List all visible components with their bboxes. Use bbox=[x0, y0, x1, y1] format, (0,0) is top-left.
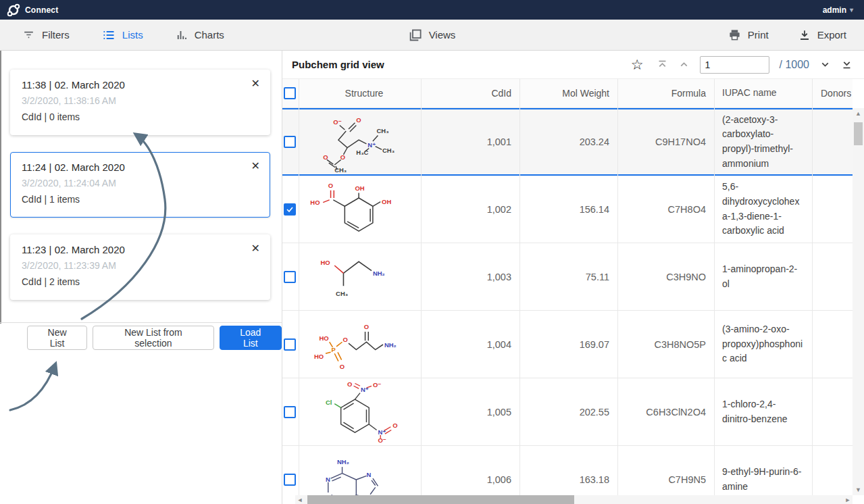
svg-text:O: O bbox=[364, 323, 369, 330]
page-total: / 1000 bbox=[780, 59, 810, 71]
favorite-star-icon[interactable]: ☆ bbox=[631, 57, 644, 73]
filters-button[interactable]: Filters bbox=[22, 28, 70, 42]
page-number-input[interactable] bbox=[700, 56, 769, 74]
lists-sidebar: 11:38 | 02. March 2020 3/2/2020, 11:38:1… bbox=[0, 51, 282, 504]
list-card[interactable]: 11:23 | 02. March 2020 3/2/2020, 11:23:3… bbox=[10, 234, 270, 300]
svg-text:OH: OH bbox=[355, 184, 364, 191]
lists-button[interactable]: Lists bbox=[102, 28, 143, 42]
table-row[interactable]: O⁻ O N⁺ CH₃ CH₃ H₃C O O CH₃ 1,001 203.24… bbox=[282, 108, 853, 176]
app-title: Connect bbox=[25, 5, 58, 15]
row-checkbox[interactable] bbox=[284, 203, 296, 216]
svg-text:O: O bbox=[356, 116, 361, 124]
close-icon[interactable]: ✕ bbox=[251, 78, 260, 89]
list-card-timestamp: 3/2/2020, 11:23:39 AM bbox=[22, 260, 259, 271]
column-header-donors[interactable]: Donors bbox=[813, 79, 853, 107]
table-row[interactable]: O HO OH OH 1,002 156.14 C7H8O4 5,6-dihyd… bbox=[282, 176, 853, 243]
iupac-value: (3-amino-2-oxo-propoxy)phosphonic acid bbox=[722, 322, 805, 366]
sidebar-edge-scrollbar[interactable] bbox=[0, 51, 1, 324]
export-label: Export bbox=[817, 29, 846, 41]
svg-text:O: O bbox=[323, 153, 328, 161]
column-header-formula[interactable]: Formula bbox=[618, 79, 715, 107]
scroll-left-arrow[interactable]: ◄ bbox=[295, 495, 305, 504]
cdid-value: 1,002 bbox=[487, 204, 511, 215]
vertical-scrollbar[interactable]: ▲ ▼ bbox=[853, 108, 864, 495]
row-checkbox[interactable] bbox=[284, 474, 296, 486]
formula-value: C3H9NO bbox=[666, 272, 706, 282]
structure-cell: HO HO P O O O NH₂ bbox=[299, 311, 422, 378]
formula-value: C3H8NO5P bbox=[654, 339, 706, 350]
filters-label: Filters bbox=[42, 29, 70, 41]
svg-text:O: O bbox=[343, 336, 348, 343]
print-button[interactable]: Print bbox=[728, 28, 769, 41]
horizontal-scrollbar[interactable]: ◄ ► bbox=[295, 495, 853, 504]
previous-page-button[interactable] bbox=[678, 59, 690, 70]
next-page-button[interactable] bbox=[819, 59, 831, 70]
svg-text:CH₃: CH₃ bbox=[377, 127, 389, 134]
list-icon bbox=[102, 28, 116, 42]
scroll-right-arrow[interactable]: ► bbox=[843, 495, 853, 504]
list-card[interactable]: 11:38 | 02. March 2020 3/2/2020, 11:38:1… bbox=[10, 70, 270, 135]
export-button[interactable]: Export bbox=[798, 28, 846, 41]
svg-text:Cl: Cl bbox=[326, 398, 332, 405]
lists-label: Lists bbox=[122, 29, 143, 41]
new-list-button[interactable]: New List bbox=[27, 326, 87, 350]
structure-cell: Cl N⁺ O O⁻ N⁺ O O⁻ bbox=[299, 378, 422, 445]
list-card-selected[interactable]: 11:24 | 02. March 2020 3/2/2020, 11:24:0… bbox=[10, 152, 270, 218]
check-icon bbox=[286, 205, 294, 213]
mol-weight-value: 169.07 bbox=[580, 339, 609, 350]
donors-cell bbox=[813, 176, 853, 243]
close-icon[interactable]: ✕ bbox=[251, 161, 260, 172]
svg-text:O: O bbox=[340, 362, 345, 370]
formula-value: C6H3ClN2O4 bbox=[646, 407, 706, 418]
printer-icon bbox=[728, 28, 741, 41]
row-checkbox[interactable] bbox=[284, 271, 296, 283]
row-checkbox[interactable] bbox=[284, 338, 296, 351]
table-row[interactable]: HO HO P O O O NH₂ 1,004 169.07 C3H8NO5P … bbox=[282, 311, 853, 378]
iupac-value: 5,6-dihydroxycyclohexa-1,3-diene-1-carbo… bbox=[722, 180, 805, 238]
cdid-value: 1,004 bbox=[487, 339, 511, 350]
header-checkbox-cell bbox=[282, 79, 299, 107]
new-list-from-selection-button[interactable]: New List from selection bbox=[93, 326, 213, 350]
molecule-structure: O⁻ O N⁺ CH₃ CH₃ H₃C O O CH₃ bbox=[303, 109, 417, 174]
last-page-button[interactable] bbox=[841, 59, 853, 70]
user-name: admin bbox=[823, 5, 846, 15]
vertical-scroll-thumb[interactable] bbox=[854, 122, 863, 145]
donors-cell bbox=[813, 378, 853, 445]
list-card-summary: CdId | 0 items bbox=[22, 111, 259, 122]
svg-text:N⁺: N⁺ bbox=[367, 141, 376, 149]
grid-title: Pubchem grid view bbox=[292, 59, 384, 70]
column-header-cdid[interactable]: CdId bbox=[422, 79, 520, 107]
scroll-down-arrow[interactable]: ▼ bbox=[853, 484, 864, 495]
structure-cell: HO CH₃ NH₂ bbox=[299, 243, 422, 310]
svg-text:O: O bbox=[392, 421, 397, 428]
table-row[interactable]: HO CH₃ NH₂ 1,003 75.11 C3H9NO 1-aminopro… bbox=[282, 243, 853, 311]
list-card-title: 11:38 | 02. March 2020 bbox=[22, 79, 259, 91]
mol-weight-value: 75.11 bbox=[586, 272, 609, 282]
list-card-timestamp: 3/2/2020, 11:24:04 AM bbox=[22, 178, 259, 188]
charts-button[interactable]: Charts bbox=[176, 28, 224, 42]
mol-weight-value: 156.14 bbox=[580, 204, 609, 215]
user-menu[interactable]: admin ▾ bbox=[823, 5, 857, 15]
close-icon[interactable]: ✕ bbox=[251, 243, 260, 254]
column-header-mol-weight[interactable]: Mol Weight bbox=[520, 79, 618, 107]
row-checkbox[interactable] bbox=[284, 136, 296, 148]
views-button[interactable]: Views bbox=[409, 28, 456, 42]
scroll-up-arrow[interactable]: ▲ bbox=[853, 108, 864, 119]
column-header-structure[interactable]: Structure bbox=[299, 79, 422, 107]
load-list-button[interactable]: Load List bbox=[220, 326, 282, 350]
row-checkbox[interactable] bbox=[284, 406, 296, 418]
donors-cell bbox=[813, 311, 853, 378]
iupac-value: 9-ethyl-9H-purin-6-amine bbox=[722, 465, 805, 494]
column-header-iupac[interactable]: IUPAC name bbox=[715, 79, 813, 107]
structure-cell: O HO OH OH bbox=[299, 176, 422, 243]
list-card-summary: CdId | 2 items bbox=[22, 276, 259, 287]
bar-chart-icon bbox=[176, 29, 188, 41]
arrow-to-new-list-button bbox=[10, 364, 55, 410]
select-all-checkbox[interactable] bbox=[284, 87, 296, 99]
grid-panel: Pubchem grid view ☆ / 1000 Structure CdI… bbox=[282, 51, 864, 504]
horizontal-scroll-thumb[interactable] bbox=[307, 495, 574, 504]
filter-icon bbox=[22, 28, 35, 41]
first-page-button[interactable] bbox=[657, 59, 668, 70]
table-row[interactable]: Cl N⁺ O O⁻ N⁺ O O⁻ 1,005 202.55 C6H3ClN2… bbox=[282, 378, 853, 446]
caret-down-icon: ▾ bbox=[850, 6, 853, 14]
